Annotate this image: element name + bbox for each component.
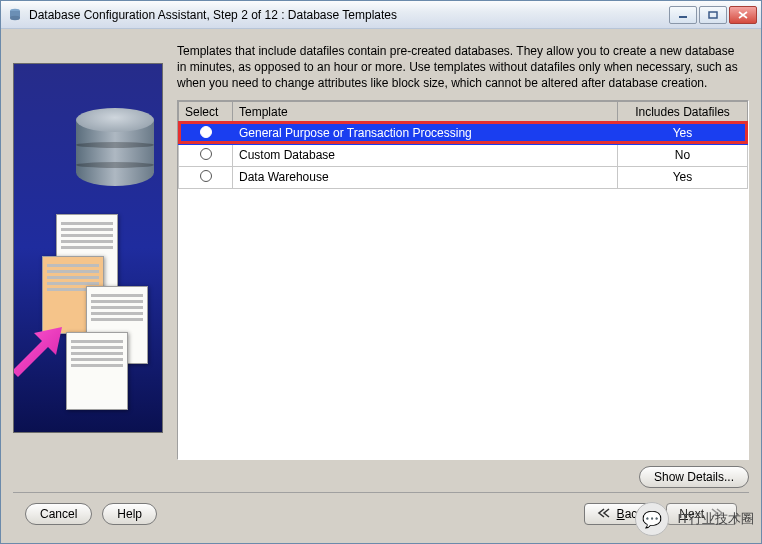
column-header-select: Select	[179, 101, 233, 122]
table-header-row: Select Template Includes Datafiles	[179, 101, 748, 122]
table-row[interactable]: Data WarehouseYes	[179, 166, 748, 188]
main-row: Templates that include datafiles contain…	[13, 39, 749, 492]
row-select-cell[interactable]	[179, 144, 233, 166]
app-icon	[7, 7, 23, 23]
template-radio[interactable]	[200, 148, 212, 160]
watermark: 💬 IT行业技术圈	[635, 502, 754, 536]
column-header-includes: Includes Datafiles	[618, 101, 748, 122]
intro-text: Templates that include datafiles contain…	[177, 43, 747, 92]
maximize-button[interactable]	[699, 6, 727, 24]
document-sheet-icon	[66, 332, 128, 410]
row-select-cell[interactable]	[179, 122, 233, 144]
row-select-cell[interactable]	[179, 166, 233, 188]
svg-marker-5	[13, 327, 62, 377]
includes-datafiles-cell: No	[618, 144, 748, 166]
template-radio[interactable]	[200, 170, 212, 182]
template-radio[interactable]	[200, 126, 212, 138]
content-area: Templates that include datafiles contain…	[1, 29, 761, 543]
includes-datafiles-cell: Yes	[618, 122, 748, 144]
right-pane: Templates that include datafiles contain…	[177, 39, 749, 492]
watermark-text: IT行业技术圈	[677, 510, 754, 528]
titlebar: Database Configuration Assistant, Step 2…	[1, 1, 761, 29]
window-title: Database Configuration Assistant, Step 2…	[29, 8, 669, 22]
window-frame: Database Configuration Assistant, Step 2…	[0, 0, 762, 544]
svg-rect-4	[709, 12, 717, 18]
window-buttons	[669, 6, 757, 24]
svg-rect-3	[679, 16, 687, 18]
cancel-button[interactable]: Cancel	[25, 503, 92, 525]
show-details-button[interactable]: Show Details...	[639, 466, 749, 488]
help-button[interactable]: Help	[102, 503, 157, 525]
database-cylinder-icon	[76, 108, 154, 198]
template-name-cell: Custom Database	[233, 144, 618, 166]
column-header-template: Template	[233, 101, 618, 122]
table-row[interactable]: General Purpose or Transaction Processin…	[179, 122, 748, 144]
template-name-cell: General Purpose or Transaction Processin…	[233, 122, 618, 144]
template-name-cell: Data Warehouse	[233, 166, 618, 188]
svg-point-2	[10, 15, 20, 19]
includes-datafiles-cell: Yes	[618, 166, 748, 188]
table-row[interactable]: Custom DatabaseNo	[179, 144, 748, 166]
wizard-side-graphic	[13, 63, 163, 433]
minimize-button[interactable]	[669, 6, 697, 24]
watermark-icon: 💬	[635, 502, 669, 536]
template-table: Select Template Includes Datafiles Gener…	[177, 100, 749, 460]
back-arrow-icon	[597, 507, 611, 521]
close-button[interactable]	[729, 6, 757, 24]
